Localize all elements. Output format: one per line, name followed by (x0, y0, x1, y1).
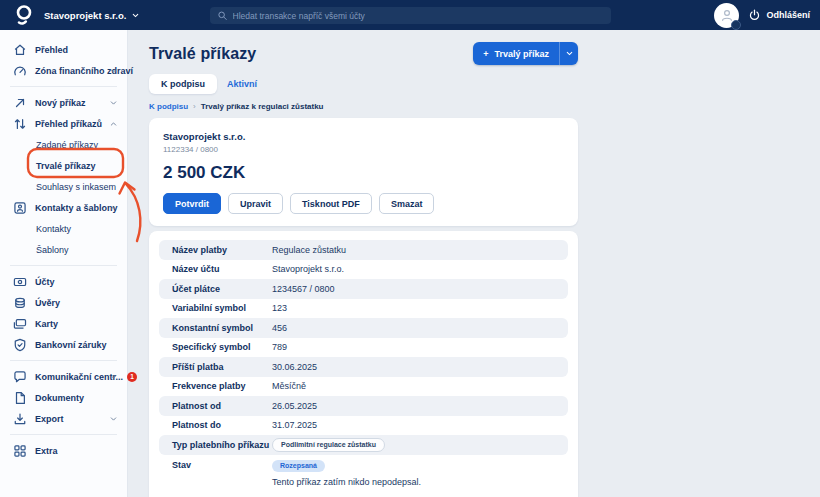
sidebar-item-label: Bankovní záruky (35, 340, 107, 350)
sidebar-item-label: Zadané příkazy (36, 140, 98, 150)
sidebar-item-label: Extra (35, 446, 58, 456)
order-summary-card: Stavoprojekt s.r.o. 1122334 / 0800 2 500… (149, 118, 578, 226)
power-icon (748, 9, 761, 22)
new-standing-order-button[interactable]: + Trvalý příkaz (473, 42, 578, 65)
new-standing-order-label: Trvalý příkaz (494, 49, 549, 59)
gauge-icon (13, 64, 27, 78)
detail-row: Konstantní symbol456 (159, 318, 568, 338)
detail-row-status: Stav Rozepsaná Tento příkaz zatím nikdo … (159, 455, 568, 493)
sidebar-item-zona-financniho-zdravi[interactable]: Zóna finančního zdraví (0, 60, 127, 81)
org-switcher[interactable]: Stavoprojekt s.r.o. (44, 10, 140, 21)
detail-value: 123 (272, 303, 287, 313)
tab-aktivni[interactable]: Aktivní (217, 74, 267, 94)
org-name: Stavoprojekt s.r.o. (44, 10, 126, 21)
detail-label: Příští platba (172, 362, 272, 372)
sidebar-item-prehled[interactable]: Přehled (0, 39, 127, 60)
home-icon (13, 43, 27, 57)
sidebar-divider (10, 86, 117, 87)
detail-row: Název účtuStavoprojekt s.r.o. (159, 260, 568, 280)
search-input[interactable] (233, 11, 604, 21)
chat-bubble-icon (13, 370, 27, 384)
detail-row: Platnost od26.05.2025 (159, 396, 568, 416)
detail-value: Stavoprojekt s.r.o. (272, 264, 344, 274)
sidebar-item-label: Trvalé příkazy (36, 161, 96, 171)
confirm-button[interactable]: Potvrdit (163, 193, 221, 214)
breadcrumb-parent-link[interactable]: K podpisu (149, 102, 188, 111)
chevron-up-icon (109, 203, 118, 212)
chevron-up-icon (109, 119, 118, 128)
contact-card-icon (13, 201, 27, 215)
account-name: Stavoprojekt s.r.o. (163, 131, 564, 142)
sidebar-item-label: Karty (35, 319, 58, 329)
sidebar-item-komunikacni-centrum[interactable]: Komunikační centr... 1 (0, 366, 127, 387)
detail-label: Název platby (172, 245, 272, 255)
sidebar-item-ucty[interactable]: Účty (0, 271, 127, 292)
order-type-badge: Podlimitní regulace zůstatku (272, 438, 385, 452)
sidebar-item-trvale-prikazy[interactable]: Trvalé příkazy (0, 155, 127, 176)
detail-row: Specifický symbol789 (159, 338, 568, 358)
sidebar-item-kontakty-a-sablony[interactable]: Kontakty a šablony (0, 197, 127, 218)
detail-row: Frekvence platbyMěsíčně (159, 377, 568, 397)
sidebar-item-kontakty[interactable]: Kontakty (0, 218, 127, 239)
detail-label: Stav (172, 460, 272, 470)
sidebar-item-label: Zóna finančního zdraví (35, 66, 133, 76)
sidebar-item-uvery[interactable]: Úvěry (0, 292, 127, 313)
main-content: Trvalé příkazy + Trvalý příkaz K podpisu… (128, 30, 820, 497)
topbar: Stavoprojekt s.r.o. Odhlášení (0, 0, 820, 30)
breadcrumb-current: Trvalý příkaz k regulaci zůstatku (201, 102, 324, 111)
sidebar-item-label: Nový příkaz (35, 98, 86, 108)
delete-button[interactable]: Smazat (379, 193, 435, 214)
edit-button[interactable]: Upravit (228, 193, 283, 214)
print-pdf-button[interactable]: Tisknout PDF (290, 193, 372, 214)
sidebar-item-label: Kontakty (36, 224, 71, 234)
george-logo-icon[interactable] (11, 2, 37, 28)
chevron-down-icon (131, 11, 140, 20)
sidebar-item-bankovni-zaruky[interactable]: Bankovní záruky (0, 334, 127, 355)
order-details-card: Název platbyRegulace zůstatku Název účtu… (149, 231, 578, 497)
detail-row: Příští platba30.06.2025 (159, 357, 568, 377)
credit-cards-icon (13, 317, 27, 331)
sidebar-item-label: Přehled příkazů (35, 119, 102, 129)
logout-button[interactable]: Odhlášení (748, 9, 810, 22)
detail-row: Variabilní symbol123 (159, 299, 568, 319)
tab-k-podpisu[interactable]: K podpisu (149, 74, 217, 94)
account-number: 1122334 / 0800 (163, 145, 564, 154)
detail-label: Specifický symbol (172, 342, 272, 352)
search-icon (217, 10, 228, 21)
sidebar-item-label: Účty (35, 277, 55, 287)
sidebar-item-novy-prikaz[interactable]: Nový příkaz (0, 92, 127, 113)
avatar[interactable] (714, 3, 739, 28)
avatar-badge (731, 20, 741, 30)
sidebar-item-prehled-prikazu[interactable]: Přehled příkazů (0, 113, 127, 134)
sidebar-item-export[interactable]: Export (0, 408, 127, 429)
chevron-down-icon (109, 372, 118, 381)
shield-icon (13, 338, 27, 352)
detail-value: 456 (272, 323, 287, 333)
order-amount: 2 500 CZK (163, 163, 564, 183)
transfer-arrows-icon (13, 117, 27, 131)
sidebar-item-label: Souhlasy s inkasem (36, 182, 116, 192)
detail-row-order-type: Typ platebního příkazuPodlimitní regulac… (159, 435, 568, 455)
download-icon (13, 412, 27, 426)
page-title: Trvalé příkazy (149, 45, 256, 63)
sidebar-item-souhlasy-s-inkasem[interactable]: Souhlasy s inkasem (0, 176, 127, 197)
sidebar-item-dokumenty[interactable]: Dokumenty (0, 387, 127, 408)
sidebar-item-sablony[interactable]: Šablony (0, 239, 127, 260)
chevron-down-icon[interactable] (559, 42, 578, 65)
detail-value: 789 (272, 342, 287, 352)
detail-label: Frekvence platby (172, 381, 272, 391)
detail-label: Účet plátce (172, 284, 272, 294)
search-bar[interactable] (210, 7, 611, 24)
sidebar-item-extra[interactable]: Extra (0, 440, 127, 461)
document-icon (13, 391, 27, 405)
detail-label: Název účtu (172, 264, 272, 274)
chevron-down-icon (109, 66, 118, 75)
sidebar-item-label: Přehled (35, 45, 68, 55)
detail-label: Platnost od (172, 401, 272, 411)
sidebar-item-label: Dokumenty (35, 393, 84, 403)
status-note: Tento příkaz zatím nikdo nepodepsal. (272, 477, 421, 487)
notification-badge: 1 (127, 372, 137, 382)
sidebar-item-karty[interactable]: Karty (0, 313, 127, 334)
detail-value: 26.05.2025 (272, 401, 317, 411)
sidebar-item-zadane-prikazy[interactable]: Zadané příkazy (0, 134, 127, 155)
